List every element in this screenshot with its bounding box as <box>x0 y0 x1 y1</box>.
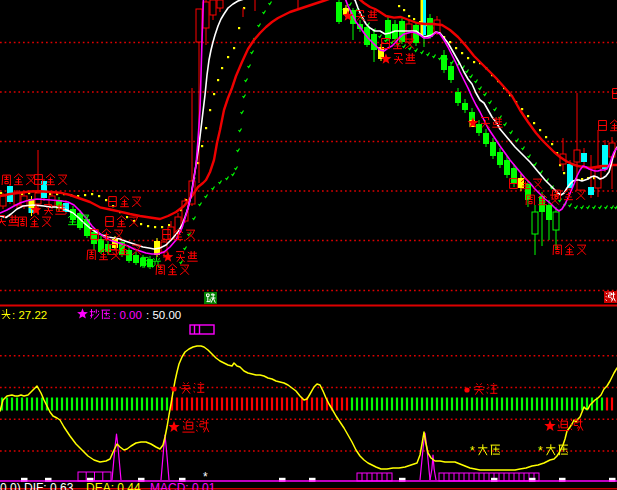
svg-text:MACD: 0.01: MACD: 0.01 <box>150 481 216 490</box>
svg-text:*: * <box>470 444 475 458</box>
svg-text:: 27.22: : 27.22 <box>12 309 47 321</box>
svg-text:*: * <box>538 444 543 458</box>
svg-text:0.0) DIF: 0.63: 0.0) DIF: 0.63 <box>0 481 74 490</box>
svg-text:: 50.00: : 50.00 <box>146 309 181 321</box>
svg-text:: 0.00: : 0.00 <box>113 309 142 321</box>
svg-text:DEA: 0.44: DEA: 0.44 <box>86 481 141 490</box>
